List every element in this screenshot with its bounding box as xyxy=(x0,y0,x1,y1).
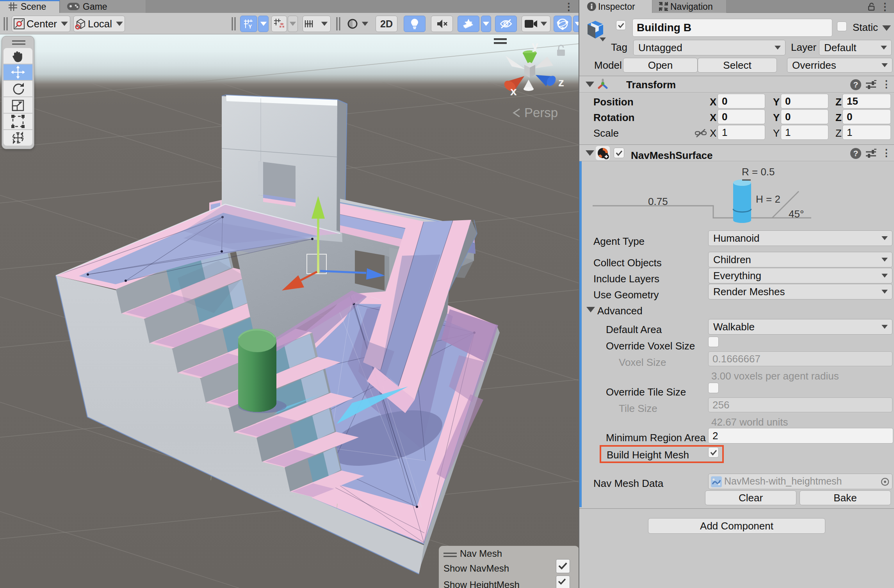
svg-text:Y: Y xyxy=(248,23,252,30)
svg-text:x: x xyxy=(510,85,517,98)
svg-text:y: y xyxy=(532,39,538,52)
svg-text:Persp: Persp xyxy=(524,105,558,120)
svg-text:z: z xyxy=(558,76,564,89)
